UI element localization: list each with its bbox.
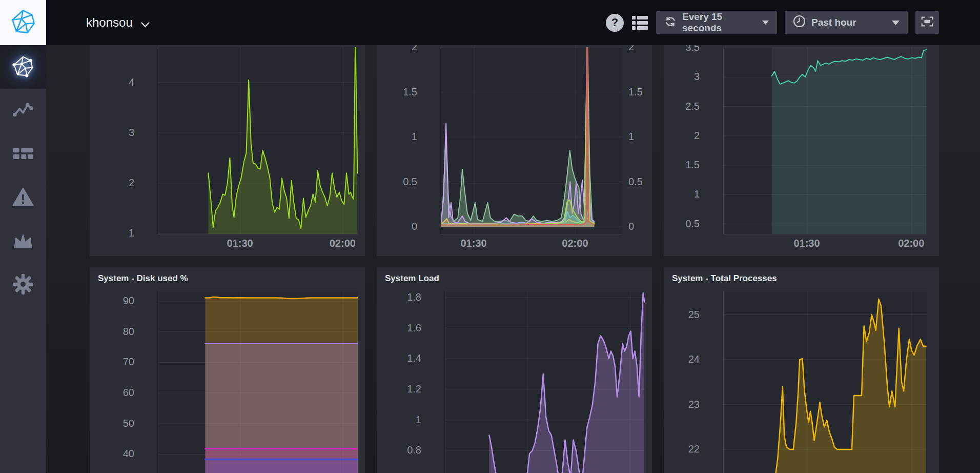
y-tick-label: 0.5 bbox=[685, 218, 700, 229]
chart-canvas bbox=[158, 291, 358, 473]
series-fill-green bbox=[208, 47, 357, 234]
panel-title[interactable]: System - Total Processes bbox=[664, 267, 939, 291]
panel-1: 4321 01:3002:00 bbox=[90, 45, 365, 256]
y-tick-label: 60 bbox=[123, 387, 134, 399]
y-tick-label: 0.8 bbox=[407, 444, 421, 456]
y-tick-label: 23 bbox=[688, 398, 700, 410]
chart-plot[interactable] bbox=[723, 291, 927, 473]
chart-plot[interactable] bbox=[158, 291, 358, 473]
y-tick-label: 1.2 bbox=[407, 383, 421, 395]
sidebar-item-configuration[interactable] bbox=[0, 263, 46, 307]
time-range-label: Past hour bbox=[811, 17, 856, 28]
chart-canvas bbox=[445, 291, 645, 473]
x-tick-label: 01:30 bbox=[460, 238, 486, 249]
caret-down-icon bbox=[892, 21, 900, 25]
help-button[interactable]: ? bbox=[606, 14, 624, 32]
chart-plot[interactable] bbox=[441, 47, 622, 234]
y-tick-label: 1 bbox=[416, 413, 421, 425]
x-tick-label: 02:00 bbox=[898, 238, 924, 249]
panel-2: 21.510.5021.510.50 01:3002:00 bbox=[377, 45, 652, 256]
dashboard-canvas: 4321 01:3002:00 21.510.5021.510.50 01:30… bbox=[46, 45, 980, 473]
cluster-icon bbox=[12, 55, 34, 80]
grid-icon bbox=[12, 142, 34, 167]
y-tick-label: 3 bbox=[694, 71, 700, 83]
y-tick-label: 90 bbox=[123, 295, 134, 307]
sidebar bbox=[0, 45, 46, 473]
clock-icon bbox=[793, 15, 806, 30]
y-tick-label: 3.5 bbox=[685, 45, 700, 53]
refresh-icon bbox=[664, 15, 677, 30]
y-tick-label: 0.5 bbox=[403, 175, 417, 187]
sidebar-item-alerting[interactable] bbox=[0, 176, 46, 220]
x-axis: 01:3002:00 bbox=[377, 234, 652, 256]
sidebar-item-admin[interactable] bbox=[0, 220, 46, 263]
y-tick-label: 22 bbox=[688, 443, 700, 455]
panel-title[interactable]: System - Disk used % bbox=[90, 267, 365, 291]
panel-title[interactable]: System Load bbox=[377, 267, 652, 291]
y-tick-label: 24 bbox=[688, 353, 700, 365]
y-tick-label: 0.5 bbox=[628, 175, 643, 187]
y-tick-label: 4 bbox=[129, 76, 134, 88]
panel-disk-used: System - Disk used % 908070605040 01:300… bbox=[90, 267, 365, 473]
y-tick-label: 2 bbox=[628, 45, 634, 53]
top-nav: khonsou ? Every 15 seconds bbox=[0, 0, 980, 45]
x-axis: 01:3002:00 bbox=[90, 234, 365, 256]
y-tick-label: 1.5 bbox=[403, 86, 417, 97]
alert-triangle-icon bbox=[12, 186, 34, 210]
y-tick-label: 40 bbox=[123, 448, 134, 460]
y-axis: 21.510.50 bbox=[377, 47, 441, 234]
x-tick-label: 01:30 bbox=[793, 238, 820, 249]
chart-plot[interactable] bbox=[445, 291, 645, 473]
presentation-mode-button[interactable] bbox=[915, 11, 939, 34]
list-button[interactable] bbox=[631, 14, 648, 31]
y-tick-label: 25 bbox=[688, 308, 700, 320]
y-axis: 25242322 bbox=[664, 291, 723, 473]
panel-system-load: System Load 1.81.61.41.210.80.6 01:3002:… bbox=[377, 267, 652, 473]
chart-canvas bbox=[724, 291, 927, 473]
panel-3: 3.532.521.510.5 01:3002:00 bbox=[664, 45, 939, 256]
fullscreen-icon bbox=[921, 15, 934, 30]
refresh-interval-label: Every 15 seconds bbox=[682, 11, 749, 34]
y-tick-label: 2 bbox=[129, 176, 134, 188]
y-axis: 3.532.521.510.5 bbox=[664, 47, 723, 234]
dashboard-name: khonsou bbox=[86, 15, 133, 30]
y-tick-label: 1 bbox=[412, 131, 417, 143]
y-tick-label: 1 bbox=[628, 131, 634, 143]
chart-plot[interactable] bbox=[723, 47, 927, 234]
y-axis: 908070605040 bbox=[90, 291, 158, 473]
y-axis: 1.81.61.41.210.80.6 bbox=[377, 291, 445, 473]
chart-plot[interactable] bbox=[158, 47, 358, 234]
y-tick-label: 1.5 bbox=[628, 86, 643, 97]
y-tick-label: 70 bbox=[123, 356, 134, 368]
y-axis-right: 21.510.50 bbox=[622, 47, 652, 234]
y-tick-label: 1.5 bbox=[685, 159, 700, 171]
y-tick-label: 2 bbox=[412, 45, 417, 53]
time-range-dropdown[interactable]: Past hour bbox=[785, 11, 908, 34]
dashboard-switcher[interactable]: khonsou bbox=[86, 14, 150, 31]
sidebar-item-status[interactable] bbox=[0, 45, 46, 89]
nav-controls: ? Every 15 seconds bbox=[606, 11, 980, 34]
y-axis: 4321 bbox=[90, 47, 158, 234]
y-tick-label: 1 bbox=[694, 188, 700, 200]
x-tick-label: 02:00 bbox=[562, 238, 588, 249]
chart-canvas bbox=[441, 47, 622, 234]
series-fill-purple bbox=[489, 293, 644, 473]
sidebar-item-data-explorer[interactable] bbox=[0, 89, 46, 132]
logo-gem-icon bbox=[10, 8, 36, 37]
x-tick-label: 01:30 bbox=[227, 238, 253, 249]
x-tick-label: 02:00 bbox=[330, 238, 356, 249]
y-tick-label: 0 bbox=[628, 221, 634, 232]
series-fill-blue bbox=[205, 459, 358, 473]
gear-icon bbox=[12, 273, 34, 298]
y-tick-label: 80 bbox=[123, 325, 134, 337]
panel-grid: 4321 01:3002:00 21.510.5021.510.50 01:30… bbox=[46, 45, 980, 473]
y-tick-label: 2 bbox=[694, 129, 700, 141]
y-tick-label: 3 bbox=[129, 126, 134, 138]
chevron-down-icon bbox=[141, 16, 150, 31]
sidebar-item-dashboards[interactable] bbox=[0, 132, 46, 176]
y-tick-label: 50 bbox=[123, 417, 134, 429]
app-logo[interactable] bbox=[0, 0, 46, 45]
y-tick-label: 1.4 bbox=[407, 352, 421, 364]
list-icon bbox=[631, 14, 648, 31]
refresh-interval-dropdown[interactable]: Every 15 seconds bbox=[656, 11, 777, 34]
